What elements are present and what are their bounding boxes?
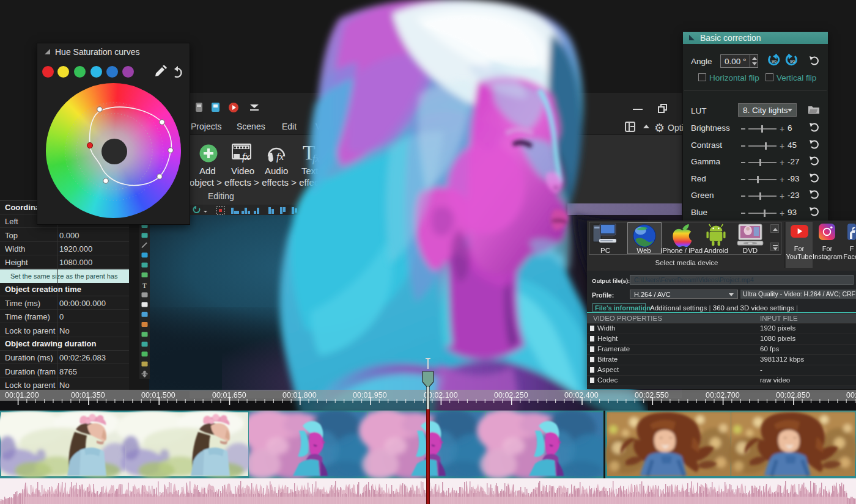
- svg-text:90: 90: [772, 59, 777, 64]
- svg-text:90: 90: [790, 59, 795, 64]
- svg-text:T: T: [142, 282, 147, 289]
